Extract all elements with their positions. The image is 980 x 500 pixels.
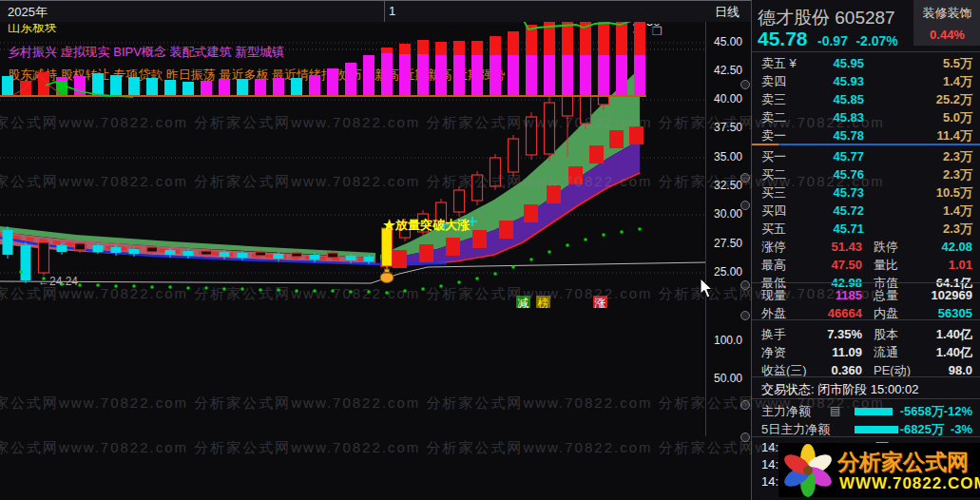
row-marker-dot xyxy=(740,80,750,89)
sell-row-4[interactable]: 卖四45.931.4万 xyxy=(752,72,980,90)
indicator-bar xyxy=(544,55,555,95)
indicator-bar xyxy=(471,55,483,95)
indicator-bar xyxy=(237,79,248,95)
stat-value: 11.09 xyxy=(790,343,862,361)
candle xyxy=(527,117,537,155)
signal-dot xyxy=(240,287,244,291)
signal-dot xyxy=(457,280,461,284)
book-price: 45.77 xyxy=(797,147,864,165)
price-change-pct: -2.07% xyxy=(855,33,897,48)
row-marker-dot xyxy=(740,311,750,320)
buy-row-2[interactable]: 买二45.762.3万 xyxy=(752,165,980,183)
buy-row-1[interactable]: 买一45.772.3万 xyxy=(752,147,980,165)
book-volume: 10.5万 xyxy=(936,183,972,202)
stat-label: 涨停 xyxy=(761,238,786,256)
axis-tick-label: 40.00 xyxy=(706,92,750,106)
candle xyxy=(274,254,284,259)
sell-row-2[interactable]: 卖二45.835.0万 xyxy=(752,108,980,126)
book-volume: 5.0万 xyxy=(943,108,972,126)
book-volume: 2.3万 xyxy=(943,147,972,165)
indicator-bar xyxy=(345,63,356,95)
indicator-bar xyxy=(110,75,122,95)
stat-label: 换手 xyxy=(761,325,786,343)
stat-label: 股本 xyxy=(874,325,898,343)
book-label: 卖一 xyxy=(761,126,786,144)
candle xyxy=(545,103,555,154)
indicator-bar xyxy=(453,41,465,55)
sell-row-5[interactable]: 卖五 ¥45.955.5万 xyxy=(752,54,980,72)
event-badge-text: 减 xyxy=(518,297,529,308)
stats-row: 最高47.50量比1.01 xyxy=(752,256,980,274)
signal-dot xyxy=(132,284,136,288)
sell-row-3[interactable]: 卖三45.8525.2万 xyxy=(752,90,980,108)
signal-dot xyxy=(638,227,642,231)
list-icon[interactable]: ▤ xyxy=(830,402,840,420)
indicator-bar xyxy=(598,55,609,95)
stat-value: 102969 xyxy=(900,286,972,304)
timeline-year: 2025年 xyxy=(8,4,48,21)
signal-dot xyxy=(349,290,353,294)
buy-row-3[interactable]: 买三45.7310.5万 xyxy=(752,183,980,202)
indicator-bar xyxy=(2,76,13,95)
candle xyxy=(256,252,266,256)
book-label: 买五 xyxy=(761,220,786,238)
industry-name: 装修装饰 xyxy=(913,5,980,22)
signal-dot xyxy=(493,272,497,276)
indicator-bar xyxy=(363,55,375,95)
axis-tick-label: 27.50 xyxy=(706,237,750,250)
chart-label-4: ←24.24 xyxy=(38,275,78,288)
indicator-bar xyxy=(490,36,501,55)
industry-block[interactable]: 装修装饰 0.44% xyxy=(913,0,980,46)
signal-dot xyxy=(259,288,262,292)
book-price: 45.76 xyxy=(797,165,864,183)
candle xyxy=(93,245,104,252)
indicator-bar xyxy=(381,53,393,95)
divider xyxy=(752,436,980,437)
step-block xyxy=(499,221,513,239)
row-marker-dot xyxy=(740,173,750,183)
axis-tick-label: 37.50 xyxy=(706,121,750,134)
step-block xyxy=(547,185,561,203)
stat-label: 最高 xyxy=(761,256,786,274)
step-block xyxy=(568,166,583,184)
candle xyxy=(75,243,86,250)
signal-dot xyxy=(439,284,443,288)
sell-row-1[interactable]: 卖一45.7811.4万 xyxy=(752,126,980,144)
step-block xyxy=(419,244,433,262)
indicator-bar xyxy=(471,41,483,55)
buy-row-4[interactable]: 买四45.721.4万 xyxy=(752,202,980,220)
axis-tick-label: 45.00 xyxy=(706,35,750,48)
indicator-bar xyxy=(526,55,537,95)
step-block xyxy=(393,250,407,268)
flow-value: -5658万 xyxy=(875,402,944,420)
period-label[interactable]: 日线 xyxy=(715,4,740,21)
candle xyxy=(509,139,519,172)
signal-dot xyxy=(511,265,515,269)
candle xyxy=(364,257,375,261)
book-label: 卖三 xyxy=(761,90,786,108)
stat-label: 跌停 xyxy=(874,238,898,256)
flow-label: 主力净额 xyxy=(761,402,811,420)
signal-dot xyxy=(548,250,551,254)
indicator-bar xyxy=(291,78,302,95)
indicator-bar xyxy=(417,54,429,95)
logo-text-cn: 分析家公式网 xyxy=(837,448,969,477)
buy-row-5[interactable]: 买五45.712.3万 xyxy=(752,220,980,238)
indicator-bar xyxy=(435,42,447,55)
timeline-divider xyxy=(384,1,385,22)
candle xyxy=(202,251,212,255)
candle xyxy=(472,175,483,201)
indicator-bar xyxy=(327,68,338,95)
price-change: -0.97 xyxy=(817,33,848,48)
indicator-bar xyxy=(435,55,447,95)
signal-dot xyxy=(367,290,371,294)
axis-tick-label: 35.00 xyxy=(706,150,750,163)
candle xyxy=(490,158,501,186)
stats-row: 净资11.09流通1.40亿 xyxy=(752,343,980,361)
last-price: 45.78 xyxy=(758,28,808,49)
book-label: 买二 xyxy=(761,165,786,183)
divider xyxy=(752,376,980,377)
book-label: 卖二 xyxy=(761,108,786,126)
indicator-bar xyxy=(490,55,501,95)
book-price: 45.85 xyxy=(797,90,864,108)
